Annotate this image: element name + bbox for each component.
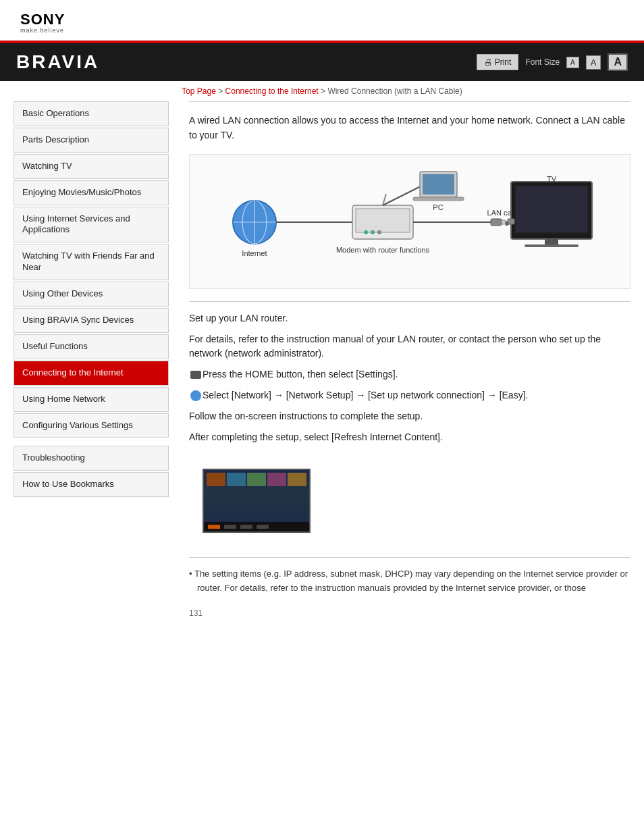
svg-rect-17 [502, 220, 506, 224]
font-size-label: Font Size [525, 57, 560, 67]
pc-label: PC [433, 203, 443, 211]
sidebar-item-parts-description[interactable]: Parts Description [14, 128, 169, 153]
logo-area: SONY make.believe [0, 0, 644, 41]
svg-point-7 [364, 230, 368, 234]
tv-bar-dot-1 [208, 525, 220, 529]
svg-rect-14 [413, 197, 464, 201]
sidebar-item-connecting-internet[interactable]: Connecting to the Internet [14, 361, 169, 386]
tv-screenshot-container [203, 462, 311, 540]
page-number: 131 [189, 608, 630, 618]
sidebar-item-enjoying-movies[interactable]: Enjoying Movies/Music/Photos [14, 180, 169, 205]
tv-thumb-1 [207, 473, 225, 486]
settings-icon [190, 371, 201, 379]
svg-rect-23 [525, 244, 579, 247]
font-small-button[interactable]: A [566, 57, 579, 68]
tv-thumb-5 [288, 473, 306, 486]
modem-label: Modem with router functions [336, 246, 430, 254]
tv-thumb-4 [267, 473, 286, 486]
bravia-title: BRAVIA [16, 51, 99, 73]
breadcrumb-current: Wired Connection (with a LAN Cable) [327, 86, 462, 96]
note-item-1: The setting items (e.g. IP address, subn… [189, 567, 630, 596]
network-icon [190, 390, 201, 401]
svg-rect-16 [491, 219, 502, 226]
top-divider [189, 101, 630, 102]
tv-thumb-2 [227, 473, 246, 486]
network-diagram: Internet Modem with router functions [203, 168, 616, 276]
sidebar-item-useful-functions[interactable]: Useful Functions [14, 334, 169, 359]
header-controls: 🖨 Print Font Size A A A [477, 53, 628, 71]
print-button[interactable]: 🖨 Print [477, 54, 519, 70]
sidebar-item-watching-tv[interactable]: Watching TV [14, 154, 169, 179]
svg-rect-21 [516, 186, 587, 232]
tv-thumb-3 [247, 473, 266, 486]
svg-rect-13 [423, 174, 454, 194]
sidebar-item-using-home-network[interactable]: Using Home Network [14, 387, 169, 412]
svg-point-9 [377, 230, 381, 234]
breadcrumb-sep1: > [218, 86, 225, 96]
intro-text: A wired LAN connection allows you to acc… [189, 113, 630, 143]
step-item-4: Select [Network] → [Network Setup] → [Se… [189, 388, 630, 402]
breadcrumb-sep2: > [321, 86, 327, 96]
font-med-button[interactable]: A [586, 55, 601, 70]
sidebar-item-using-other[interactable]: Using Other Devices [14, 282, 169, 307]
breadcrumb: Top Page > Connecting to the Internet > … [0, 81, 644, 101]
sidebar-item-configuring-settings[interactable]: Configuring Various Settings [14, 413, 169, 438]
step-item-5: Follow the on-screen instructions to com… [189, 409, 630, 423]
steps-section: Set up your LAN router.For details, refe… [189, 301, 630, 444]
breadcrumb-top[interactable]: Top Page [182, 86, 216, 96]
sidebar-item-using-internet[interactable]: Using Internet Services and Applications [14, 207, 169, 243]
sidebar-item-using-bravia-sync[interactable]: Using BRAVIA Sync Devices [14, 308, 169, 333]
tv-bar-dot-4 [257, 525, 269, 529]
step-item-1: Set up your LAN router. [189, 311, 630, 325]
header-bar: BRAVIA 🖨 Print Font Size A A A [0, 41, 644, 81]
sidebar-item-troubleshooting[interactable]: Troubleshooting [14, 446, 169, 471]
content-area: A wired LAN connection allows you to acc… [176, 101, 630, 618]
diagram-area: Internet Modem with router functions [189, 154, 630, 289]
tv-label: TV [547, 175, 557, 183]
notes-section: The setting items (e.g. IP address, subn… [189, 557, 630, 596]
step-item-2: For details, refer to the instruction ma… [189, 332, 630, 361]
sidebar-item-basic-operations[interactable]: Basic Operations [14, 101, 169, 126]
tv-bar-dot-3 [240, 525, 252, 529]
svg-rect-6 [356, 209, 410, 232]
sony-logo: SONY [20, 12, 624, 27]
main-layout: Basic OperationsParts DescriptionWatchin… [0, 101, 644, 631]
svg-rect-22 [545, 239, 558, 244]
print-label: Print [495, 57, 512, 67]
print-icon: 🖨 [484, 57, 492, 67]
sidebar: Basic OperationsParts DescriptionWatchin… [14, 101, 176, 618]
tv-bar-dot-2 [224, 525, 236, 529]
sidebar-item-watching-friends[interactable]: Watching TV with Friends Far and Near [14, 244, 169, 280]
font-large-button[interactable]: A [608, 53, 628, 71]
internet-label: Internet [242, 249, 267, 257]
sidebar-item-how-to-bookmarks[interactable]: How to Use Bookmarks [14, 472, 169, 497]
svg-rect-24 [508, 219, 514, 224]
step-item-3: Press the HOME button, then select [Sett… [189, 367, 630, 382]
tv-bar [204, 522, 309, 531]
tv-screenshot [203, 469, 311, 533]
sony-tagline: make.believe [20, 27, 624, 34]
svg-point-8 [371, 230, 375, 234]
breadcrumb-section[interactable]: Connecting to the Internet [225, 86, 319, 96]
step-item-6: After completing the setup, select [Refr… [189, 430, 630, 444]
